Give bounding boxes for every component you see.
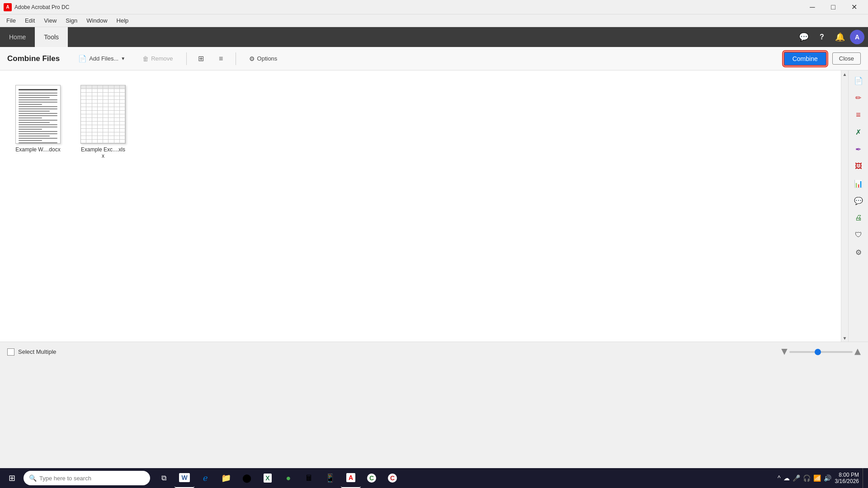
list-view-button[interactable]: ≡	[214, 52, 228, 66]
main-content: Example W....docx	[0, 70, 868, 342]
sign-sidebar-icon: ✒	[855, 145, 861, 154]
tab-home[interactable]: Home	[0, 27, 35, 47]
restore-button[interactable]: □	[823, 0, 844, 14]
scroll-up-arrow[interactable]: ▲	[841, 70, 849, 78]
tab-tools[interactable]: Tools	[35, 27, 68, 47]
taskbar-app-edge[interactable]: ℯ	[195, 468, 215, 488]
zoom-out-button[interactable]	[781, 349, 788, 355]
taskbar-app-chrome[interactable]: ⬤	[237, 468, 257, 488]
help-icon-btn[interactable]: ?	[814, 29, 830, 45]
file-thumbnail-xlsx	[80, 85, 126, 144]
select-multiple-area: Select Multiple	[7, 348, 57, 356]
sidebar-tool-edit[interactable]: ✏	[850, 89, 867, 106]
menu-edit[interactable]: Edit	[20, 15, 39, 26]
chat-icon: 💬	[799, 32, 809, 42]
taskbar-app-explorer[interactable]: 📁	[216, 468, 236, 488]
sidebar-tool-print[interactable]: 🖨	[850, 210, 867, 226]
user-avatar[interactable]: A	[850, 30, 864, 44]
zoom-thumb[interactable]	[815, 349, 821, 355]
file-area: Example W....docx	[0, 70, 841, 342]
c2-icon: C	[388, 474, 397, 483]
tray-headset-icon[interactable]: 🎧	[803, 474, 811, 482]
acrobat-icon: A	[346, 473, 355, 482]
sidebar-tool-security[interactable]: 🛡	[850, 227, 867, 243]
taskbar-app-c2[interactable]: C	[382, 468, 402, 488]
app-title: Adobe Acrobat Pro DC	[14, 4, 802, 10]
shield-sidebar-icon: 🛡	[855, 231, 862, 239]
bell-icon-btn[interactable]: 🔔	[832, 29, 848, 45]
search-magnifier-icon: 🔍	[29, 474, 37, 482]
taskbar-app-word[interactable]: W	[175, 468, 194, 488]
search-input[interactable]	[39, 475, 145, 482]
taskbar-app-c1[interactable]: C	[362, 468, 382, 488]
close-window-button[interactable]: ✕	[844, 0, 864, 14]
list-icon: ≡	[219, 55, 223, 63]
help-icon: ?	[820, 33, 824, 41]
toolbar-separator-1	[186, 52, 187, 65]
taskbar: ⊞ 🔍 ⧉ W ℯ 📁 ⬤ X ● 🖩 📱	[0, 468, 868, 488]
select-multiple-checkbox[interactable]	[7, 348, 14, 356]
edit-sidebar-icon: ✏	[855, 94, 861, 102]
sidebar-tool-settings[interactable]: ⚙	[850, 244, 867, 260]
combine-button[interactable]: Combine	[783, 52, 827, 66]
toolbar: Combine Files 📄 Add Files... ▼ 🗑 Remove …	[0, 47, 868, 70]
scroll-track[interactable]	[841, 78, 849, 334]
xlsx-sidebar-icon: ✗	[855, 128, 861, 136]
list-item[interactable]: Example W....docx	[11, 81, 65, 163]
windows-icon: ⊞	[9, 473, 15, 483]
taskbar-apps: ⧉ W ℯ 📁 ⬤ X ● 🖩 📱 A C	[154, 468, 402, 488]
options-button[interactable]: ⚙ Options	[243, 52, 283, 66]
select-multiple-label: Select Multiple	[18, 348, 57, 355]
grid-icon: ⊞	[198, 54, 204, 63]
grid-view-button[interactable]: ⊞	[194, 52, 208, 66]
options-gear-icon: ⚙	[249, 55, 255, 62]
right-sidebar: 📄 ✏ ≡ ✗ ✒ 🖼 📊 💬 🖨 🛡 ⚙	[848, 70, 868, 342]
sidebar-tool-data[interactable]: 📊	[850, 175, 867, 192]
sidebar-tool-organize[interactable]: ≡	[850, 107, 867, 123]
menu-view[interactable]: View	[39, 15, 61, 26]
scroll-area: ▲ ▼	[841, 70, 848, 342]
start-button[interactable]: ⊞	[2, 468, 22, 488]
zoom-in-button[interactable]	[854, 349, 861, 355]
sidebar-tool-xlsx[interactable]: ✗	[850, 124, 867, 140]
tray-mic-icon[interactable]: 🎤	[793, 474, 800, 482]
pdf-sidebar-icon: 📄	[854, 76, 863, 85]
data-sidebar-icon: 📊	[854, 179, 863, 188]
explorer-icon: 📁	[221, 473, 231, 483]
add-files-button[interactable]: 📄 Add Files... ▼	[72, 52, 131, 66]
menu-sign[interactable]: Sign	[61, 15, 82, 26]
tray-chevron-icon[interactable]: ^	[778, 474, 781, 482]
taskbar-search-box[interactable]: 🔍	[24, 471, 150, 485]
close-panel-button[interactable]: Close	[832, 52, 861, 65]
menu-window[interactable]: Window	[82, 15, 112, 26]
show-desktop-button[interactable]	[863, 468, 866, 488]
file-thumbnail-docx	[15, 85, 61, 144]
taskbar-app-taskview[interactable]: ⧉	[154, 468, 174, 488]
taskbar-app-acrobat[interactable]: A	[341, 468, 361, 488]
zoom-slider[interactable]	[789, 351, 853, 353]
tray-cloud-icon[interactable]: ☁	[783, 474, 790, 482]
taskbar-app-mobile[interactable]: 📱	[320, 468, 340, 488]
scroll-down-arrow[interactable]: ▼	[841, 334, 849, 342]
minimize-button[interactable]: ─	[802, 0, 823, 14]
menu-help[interactable]: Help	[112, 15, 133, 26]
taskbar-app-excel[interactable]: X	[258, 468, 278, 488]
taskbar-app-calculator[interactable]: 🖩	[299, 468, 319, 488]
organize-sidebar-icon: ≡	[856, 110, 861, 120]
list-item[interactable]: Example Exc....xlsx	[76, 81, 130, 163]
sidebar-tool-sign[interactable]: ✒	[850, 141, 867, 157]
menu-file[interactable]: File	[2, 15, 20, 26]
sidebar-tool-comment[interactable]: 💬	[850, 192, 867, 209]
green-app-icon: ●	[286, 474, 291, 483]
tray-wifi-icon[interactable]: 📶	[813, 474, 821, 482]
taskbar-time[interactable]: 8:00 PM 3/16/2026	[835, 472, 863, 484]
title-bar: A Adobe Acrobat Pro DC ─ □ ✕	[0, 0, 868, 14]
remove-button[interactable]: 🗑 Remove	[137, 52, 179, 66]
chat-icon-btn[interactable]: 💬	[796, 29, 812, 45]
sidebar-tool-image[interactable]: 🖼	[850, 158, 867, 174]
sidebar-tool-pdf[interactable]: 📄	[850, 72, 867, 89]
tray-speaker-icon[interactable]: 🔊	[824, 474, 831, 482]
taskbar-app-green[interactable]: ●	[278, 468, 298, 488]
calculator-icon: 🖩	[305, 474, 313, 483]
edge-icon: ℯ	[203, 473, 208, 483]
